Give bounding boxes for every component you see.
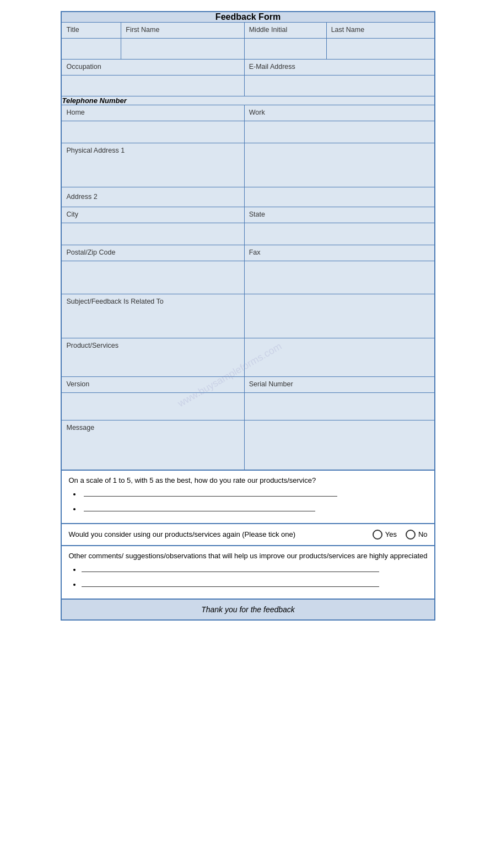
yes-option[interactable]: Yes	[373, 530, 397, 540]
version-input-cell[interactable]	[61, 393, 244, 420]
comments-line-1[interactable]	[82, 563, 379, 572]
serial-number-input[interactable]	[245, 393, 434, 420]
middle-initial-input[interactable]	[245, 39, 326, 59]
last-name-label-cell: Last Name	[326, 23, 434, 39]
serial-input-cell[interactable]	[244, 393, 434, 420]
no-label: No	[418, 530, 428, 538]
fax-label: Fax	[249, 249, 430, 256]
yes-radio[interactable]	[373, 530, 382, 540]
address2-label-cell: Address 2	[61, 187, 244, 207]
comments-section: Other comments/ suggestions/observations…	[62, 546, 434, 599]
address2-input-cell[interactable]	[244, 187, 434, 207]
city-label-cell: City	[61, 207, 244, 223]
email-input[interactable]	[245, 76, 434, 96]
address2-label: Address 2	[66, 193, 239, 201]
message-input-cell[interactable]	[244, 420, 434, 470]
no-radio[interactable]	[406, 530, 416, 540]
reuse-section: Would you consider using our products/se…	[62, 524, 434, 546]
title-input[interactable]	[62, 39, 121, 59]
rating-line-2[interactable]	[84, 503, 315, 511]
comments-bullet-2	[82, 578, 427, 589]
occupation-label-cell: Occupation	[61, 60, 244, 76]
postal-input-cell[interactable]	[61, 261, 244, 294]
version-label-cell: Version	[61, 377, 244, 393]
product-label-cell: Product/Services	[61, 338, 244, 377]
thank-you-row: Thank you for the feedback	[62, 599, 434, 619]
home-label-cell: Home	[61, 105, 244, 121]
subject-label: Subject/Feedback Is Related To	[66, 298, 239, 305]
message-label: Message	[66, 424, 239, 432]
feedback-form-container: www.buysampleforms.com Feedback Form Tit…	[61, 11, 435, 621]
subject-input[interactable]	[245, 294, 434, 338]
work-label: Work	[249, 109, 430, 116]
serial-label-cell: Serial Number	[244, 377, 434, 393]
postal-label-cell: Postal/Zip Code	[61, 245, 244, 261]
last-name-label: Last Name	[331, 26, 430, 34]
city-input-cell[interactable]	[61, 223, 244, 245]
middle-initial-label: Middle Initial	[249, 26, 322, 34]
telephone-header: Telephone Number	[61, 96, 434, 105]
last-name-input-cell[interactable]	[326, 39, 434, 60]
comments-text: Other comments/ suggestions/observations…	[68, 552, 427, 560]
occupation-input-cell[interactable]	[61, 76, 244, 96]
email-input-cell[interactable]	[244, 76, 434, 96]
rating-section: On a scale of 1 to 5, with 5 as the best…	[62, 471, 434, 523]
state-input[interactable]	[245, 223, 434, 245]
address2-input[interactable]	[245, 187, 434, 207]
city-input[interactable]	[62, 223, 244, 245]
title-label: Title	[66, 26, 116, 34]
thank-you-text: Thank you for the feedback	[201, 605, 295, 614]
fax-label-cell: Fax	[244, 245, 434, 261]
postal-input[interactable]	[62, 261, 244, 294]
product-label: Product/Services	[66, 342, 239, 349]
product-input[interactable]	[245, 338, 434, 376]
state-label: State	[249, 211, 430, 218]
physical-address1-input[interactable]	[245, 143, 434, 187]
physical-address1-label: Physical Address 1	[66, 147, 239, 154]
state-label-cell: State	[244, 207, 434, 223]
work-label-cell: Work	[244, 105, 434, 121]
physical-address1-input-cell[interactable]	[244, 143, 434, 187]
comments-bullet-1	[82, 563, 427, 574]
fax-input[interactable]	[245, 261, 434, 294]
first-name-label: First Name	[126, 26, 239, 34]
first-name-label-cell: First Name	[121, 23, 244, 39]
no-option[interactable]: No	[406, 530, 428, 540]
subject-input-cell[interactable]	[244, 294, 434, 338]
title-input-cell[interactable]	[61, 39, 121, 60]
first-name-input-cell[interactable]	[121, 39, 244, 60]
work-input-cell[interactable]	[244, 121, 434, 143]
city-label: City	[66, 211, 239, 218]
last-name-input[interactable]	[327, 39, 434, 59]
home-input-cell[interactable]	[61, 121, 244, 143]
work-phone-input[interactable]	[245, 121, 434, 143]
rating-bullet-2	[82, 503, 427, 513]
rating-bullet-1	[82, 488, 427, 498]
rating-question: On a scale of 1 to 5, with 5 as the best…	[68, 476, 427, 484]
email-label: E-Mail Address	[249, 63, 430, 71]
title-label-cell: Title	[61, 23, 121, 39]
bottom-sections: On a scale of 1 to 5, with 5 as the best…	[61, 471, 435, 621]
product-input-cell[interactable]	[244, 338, 434, 377]
comments-line-2[interactable]	[82, 578, 379, 587]
email-label-cell: E-Mail Address	[244, 60, 434, 76]
occupation-input[interactable]	[62, 76, 244, 96]
state-input-cell[interactable]	[244, 223, 434, 245]
comments-bullet-list	[68, 563, 427, 589]
reuse-question: Would you consider using our products/se…	[68, 530, 295, 538]
message-input[interactable]	[245, 420, 434, 469]
serial-label: Serial Number	[249, 380, 430, 388]
version-input[interactable]	[62, 393, 244, 420]
form-title: Feedback Form	[61, 12, 434, 23]
fax-input-cell[interactable]	[244, 261, 434, 294]
home-phone-input[interactable]	[62, 121, 244, 143]
version-label: Version	[66, 380, 239, 388]
yes-label: Yes	[385, 530, 397, 538]
rating-line-1[interactable]	[84, 488, 337, 497]
first-name-input[interactable]	[121, 39, 244, 59]
home-label: Home	[66, 109, 239, 116]
middle-initial-input-cell[interactable]	[244, 39, 326, 60]
physical-address1-label-cell: Physical Address 1	[61, 143, 244, 187]
message-label-cell: Message	[61, 420, 244, 470]
subject-label-cell: Subject/Feedback Is Related To	[61, 294, 244, 338]
